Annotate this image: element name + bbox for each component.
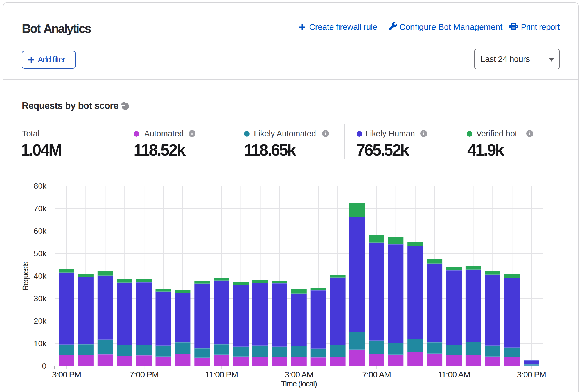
svg-text:80k: 80k	[34, 182, 47, 190]
svg-text:70k: 70k	[34, 204, 47, 213]
svg-text:50k: 50k	[34, 249, 47, 258]
svg-text:30k: 30k	[34, 294, 47, 303]
svg-text:3:00 PM: 3:00 PM	[517, 370, 546, 379]
svg-text:20k: 20k	[34, 317, 47, 325]
svg-text:3:00 AM: 3:00 AM	[285, 370, 313, 379]
svg-text:10k: 10k	[34, 339, 47, 348]
svg-text:Requests: Requests	[21, 262, 30, 290]
svg-text:7:00 AM: 7:00 AM	[362, 370, 391, 379]
svg-text:7:00 PM: 7:00 PM	[129, 370, 158, 379]
svg-text:11:00 AM: 11:00 AM	[438, 370, 470, 379]
svg-text:11:00 PM: 11:00 PM	[205, 370, 238, 379]
svg-text:Time (local): Time (local)	[281, 379, 317, 388]
svg-text:40k: 40k	[34, 272, 47, 280]
svg-text:3:00 PM: 3:00 PM	[52, 370, 81, 379]
svg-text:60k: 60k	[34, 227, 47, 235]
svg-text:0: 0	[42, 362, 46, 370]
